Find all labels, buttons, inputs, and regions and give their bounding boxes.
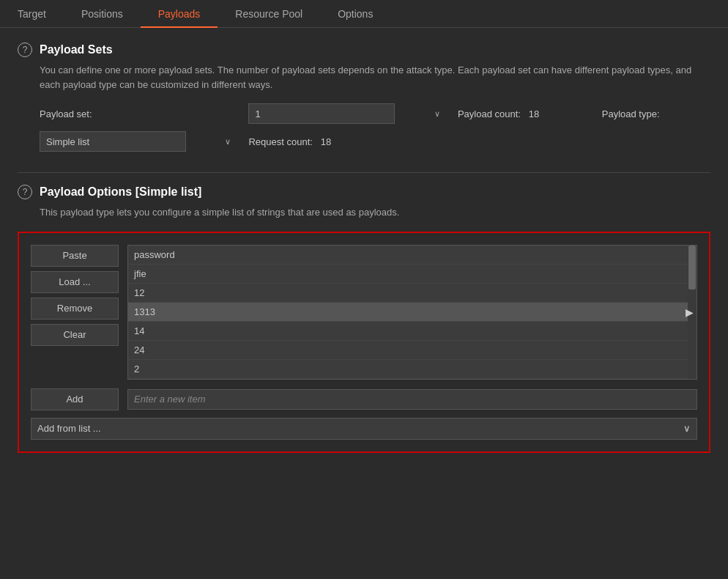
payload-list-area: Paste Load ... Remove Clear password jfi…	[31, 245, 697, 380]
payload-options-header: ? Payload Options [Simple list]	[18, 185, 710, 199]
payload-type-select-wrapper: Simple list Runtime file Custom iterator	[40, 131, 237, 152]
scrollbar-thumb	[688, 246, 696, 290]
payload-list-items: password jfie 12 1313 14 24 2	[128, 246, 688, 379]
list-item[interactable]: 14	[128, 322, 688, 341]
list-items-wrapper: password jfie 12 1313 14 24 2	[128, 246, 688, 379]
list-item[interactable]: 1313	[128, 303, 688, 322]
payload-sets-form: Payload set: 1 2 Payload count: 18 Paylo…	[40, 103, 710, 152]
payload-sets-description: You can define one or more payload sets.…	[40, 63, 710, 92]
payload-set-select-wrapper: 1 2	[248, 103, 445, 124]
chevron-down-icon: ∨	[683, 423, 691, 434]
add-button[interactable]: Add	[31, 388, 119, 410]
payload-sets-header: ? Payload Sets	[18, 43, 710, 57]
list-with-scroll: password jfie 12 1313 14 24 2	[128, 246, 697, 379]
payload-sets-section: ? Payload Sets You can define one or mor…	[18, 43, 710, 152]
payload-options-box: Paste Load ... Remove Clear password jfi…	[18, 232, 710, 453]
section-divider	[18, 172, 710, 173]
payload-type-select[interactable]: Simple list Runtime file Custom iterator	[40, 131, 186, 152]
tab-positions[interactable]: Positions	[64, 1, 141, 28]
list-item[interactable]: 24	[128, 341, 688, 360]
tab-payloads[interactable]: Payloads	[141, 1, 218, 28]
tab-target[interactable]: Target	[0, 1, 64, 28]
add-from-list-wrapper: Add from list ... ∨	[31, 418, 697, 440]
top-navigation: Target Positions Payloads Resource Pool …	[0, 0, 728, 28]
remove-button[interactable]: Remove	[31, 298, 119, 320]
main-content: ? Payload Sets You can define one or mor…	[0, 28, 728, 579]
list-item[interactable]: password	[128, 246, 688, 265]
add-from-list-button[interactable]: Add from list ... ∨	[31, 418, 697, 440]
paste-button[interactable]: Paste	[31, 245, 119, 267]
payload-options-help-icon[interactable]: ?	[18, 185, 32, 199]
payload-options-section: ? Payload Options [Simple list] This pay…	[18, 185, 710, 453]
payload-set-select[interactable]: 1 2	[248, 103, 395, 124]
list-item[interactable]: 12	[128, 284, 688, 303]
payload-set-label: Payload set:	[40, 108, 237, 119]
payload-sets-title: Payload Sets	[40, 43, 113, 56]
tab-options[interactable]: Options	[320, 1, 390, 28]
load-button[interactable]: Load ...	[31, 271, 119, 293]
add-row: Add	[31, 388, 697, 410]
payload-options-title: Payload Options [Simple list]	[40, 185, 201, 199]
list-scrollbar[interactable]	[688, 246, 697, 379]
list-item[interactable]: jfie	[128, 265, 688, 284]
payload-options-description: This payload type lets you configure a s…	[40, 205, 710, 220]
tab-resource-pool[interactable]: Resource Pool	[218, 1, 320, 28]
payload-count-label: Payload count: 18	[458, 108, 590, 119]
new-item-input[interactable]	[127, 389, 697, 410]
payload-list-container: password jfie 12 1313 14 24 2	[127, 245, 697, 380]
payload-type-label: Payload type:	[602, 108, 710, 119]
payload-sets-help-icon[interactable]: ?	[18, 43, 32, 57]
payload-action-buttons: Paste Load ... Remove Clear	[31, 245, 119, 380]
list-item[interactable]: 2	[128, 360, 688, 379]
clear-button[interactable]: Clear	[31, 324, 119, 346]
request-count-label: Request count: 18	[248, 136, 445, 147]
